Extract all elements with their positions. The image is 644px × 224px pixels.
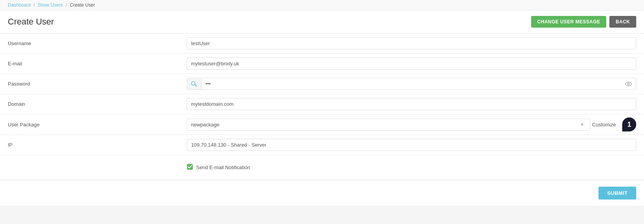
checkbox-checked-icon [187, 164, 193, 171]
page-wrapper: Dashboard / Show Users / Create User Cre… [0, 0, 644, 224]
password-input[interactable] [202, 78, 621, 89]
user-package-field: newpackage basic standard premium ▼ Cust… [187, 114, 636, 135]
svg-point-0 [191, 81, 195, 85]
eye-icon [625, 82, 632, 86]
page-title: Create User [8, 17, 54, 27]
username-input[interactable] [187, 37, 636, 49]
username-row: Username [0, 33, 644, 54]
breadcrumb-show-users-link[interactable]: Show Users [38, 2, 63, 8]
send-email-spacer [8, 163, 187, 172]
back-button[interactable]: BACK [609, 16, 636, 28]
password-label: Password [8, 76, 187, 91]
password-wrapper [187, 78, 636, 90]
customize-link[interactable]: Customize [592, 122, 616, 128]
user-package-row: User Package newpackage basic standard p… [0, 114, 644, 135]
email-label: E-mail [8, 56, 187, 71]
user-package-label: User Package [8, 117, 187, 132]
breadcrumb: Dashboard / Show Users / Create User [0, 0, 644, 10]
password-row: Password [0, 74, 644, 94]
breadcrumb-sep-1: / [33, 2, 35, 8]
ip-label: IP [8, 137, 187, 152]
send-email-row: Send E-mail Notification [0, 155, 644, 180]
password-generate-button[interactable] [187, 79, 202, 89]
badge-tooltip: 1 [622, 117, 636, 131]
key-icon [191, 81, 197, 87]
change-user-message-button[interactable]: CHANGE USER MESSAGE [531, 16, 607, 28]
header-row: Create User CHANGE USER MESSAGE BACK [0, 10, 644, 33]
domain-input[interactable] [187, 98, 636, 110]
header-buttons: CHANGE USER MESSAGE BACK [531, 16, 636, 28]
breadcrumb-current: Create User [70, 2, 95, 8]
ip-input[interactable] [187, 139, 636, 151]
svg-line-3 [195, 85, 196, 86]
send-email-field: Send E-mail Notification [187, 155, 636, 180]
send-email-checkbox-row: Send E-mail Notification [187, 158, 636, 177]
password-visibility-toggle[interactable] [621, 79, 636, 89]
email-field [187, 54, 636, 73]
domain-row: Domain [0, 94, 644, 114]
email-row: E-mail [0, 54, 644, 74]
ip-row: IP [0, 135, 644, 155]
username-label: Username [8, 36, 187, 51]
username-field [187, 34, 636, 52]
ip-field [187, 136, 636, 154]
user-package-select[interactable]: newpackage basic standard premium [187, 119, 590, 131]
breadcrumb-sep-2: / [66, 2, 67, 8]
form-container: Username E-mail Password [0, 33, 644, 180]
breadcrumb-dashboard-link[interactable]: Dashboard [8, 2, 31, 8]
email-input[interactable] [187, 58, 636, 70]
password-field [187, 75, 636, 93]
domain-label: Domain [8, 96, 187, 112]
submit-button[interactable]: SUBMIT [598, 187, 636, 200]
badge-number: 1 [627, 121, 631, 129]
svg-point-4 [628, 83, 630, 85]
form-footer: SUBMIT [0, 180, 644, 206]
domain-field [187, 95, 636, 113]
send-email-label: Send E-mail Notification [196, 164, 250, 170]
